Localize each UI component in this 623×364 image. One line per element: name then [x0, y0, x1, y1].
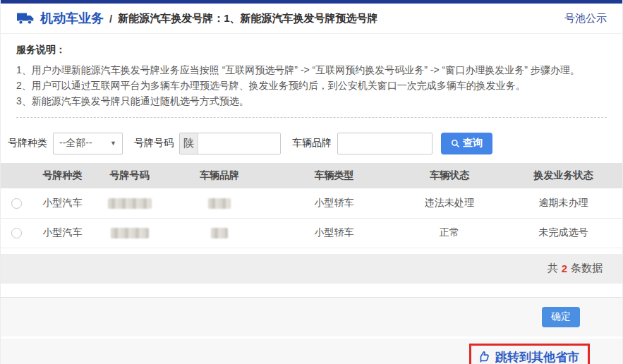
app-title: 机动车业务 — [40, 10, 104, 27]
plate-number-group: 陕 — [179, 133, 281, 154]
cell-vehicle-type: 小型轿车 — [272, 218, 396, 248]
breadcrumb: 新能源汽车换发号牌：1、新能源汽车换发号牌预选号牌 — [118, 12, 377, 25]
cell-vehicle-status: 违法未处理 — [396, 188, 503, 218]
cell-renewal-status: 逾期未办理 — [503, 188, 623, 218]
pointer-hand-icon — [477, 350, 491, 364]
search-button[interactable]: 查询 — [441, 133, 492, 154]
column-header-plate-type: 号牌种类 — [32, 163, 92, 188]
cell-renewal-status: 未完成选号 — [503, 218, 623, 248]
table-header-row: 号牌种类 号牌号码 车辆品牌 车辆类型 车辆状态 换发业务状态 — [1, 163, 623, 188]
vehicle-brand-input[interactable] — [337, 133, 433, 154]
column-header-plate-number: 号牌号码 — [92, 163, 167, 188]
filter-bar: 号牌种类 --全部-- ▼ 号牌号码 陕 车辆品牌 查询 — [1, 118, 622, 154]
radio-column-header — [1, 163, 32, 188]
plate-type-select[interactable]: --全部-- ▼ — [53, 133, 123, 154]
cell-plate-type: 小型汽车 — [32, 188, 92, 218]
table-row: 小型汽车 小型轿车 违法未处理 逾期未办理 — [1, 188, 623, 218]
record-count-prefix: 共 — [548, 262, 558, 275]
breadcrumb-separator: / — [109, 13, 112, 25]
service-notes-title: 服务说明： — [16, 44, 607, 56]
note-line-3: 3、新能源汽车换发号牌只能通过随机选号方式预选。 — [16, 93, 607, 109]
note-line-2: 2、用户可以通过互联网平台为多辆车办理预选号牌、换发业务预约后，到公安机关窗口一… — [16, 78, 607, 93]
record-count-value: 2 — [562, 262, 567, 274]
plate-type-label: 号牌种类 — [8, 137, 47, 150]
confirm-section: 确定 — [1, 297, 622, 336]
search-button-label: 查询 — [463, 137, 483, 150]
plate-number-label: 号牌号码 — [134, 137, 174, 150]
plate-province-prefix: 陕 — [180, 133, 198, 154]
truck-icon — [16, 11, 35, 25]
plate-type-selected-value: --全部-- — [59, 137, 92, 150]
page: 机动车业务 / 新能源汽车换发号牌：1、新能源汽车换发号牌预选号牌 号池公示 服… — [0, 0, 623, 364]
redacted-brand — [208, 198, 231, 209]
redacted-brand — [211, 228, 228, 238]
cell-vehicle-type: 小型轿车 — [272, 188, 396, 218]
results-table: 号牌种类 号牌号码 车辆品牌 车辆类型 车辆状态 换发业务状态 小型汽车 小型轿… — [1, 163, 623, 248]
cell-vehicle-status: 正常 — [396, 218, 503, 248]
cell-plate-type: 小型汽车 — [32, 218, 92, 248]
row-radio-button[interactable] — [11, 228, 22, 238]
pool-publicity-link[interactable]: 号池公示 — [564, 12, 607, 25]
column-header-brand: 车辆品牌 — [167, 163, 272, 188]
plate-number-input[interactable] — [198, 133, 280, 154]
chevron-down-icon: ▼ — [110, 140, 116, 147]
vehicle-brand-label: 车辆品牌 — [292, 137, 332, 150]
jump-section: 跳转到其他省市 — [1, 339, 622, 364]
row-radio-button[interactable] — [11, 198, 22, 209]
note-line-1: 1、用户办理新能源汽车换发号牌业务应当按照 “互联网预选号牌” -> “互联网预… — [16, 62, 607, 78]
column-header-renewal-status: 换发业务状态 — [503, 163, 623, 188]
redacted-plate-number — [111, 228, 149, 238]
record-count-bar: 共 2 条数据 — [1, 254, 622, 284]
confirm-button[interactable]: 确定 — [542, 307, 580, 327]
record-count-suffix: 条数据 — [571, 262, 603, 275]
jump-other-province-link: 跳转到其他省市 — [495, 349, 579, 364]
service-notes: 服务说明： 1、用户办理新能源汽车换发号牌业务应当按照 “互联网预选号牌” ->… — [1, 34, 622, 118]
column-header-vehicle-type: 车辆类型 — [272, 163, 396, 188]
annotation-highlight-box[interactable]: 跳转到其他省市 — [469, 344, 590, 364]
table-row: 小型汽车 小型轿车 正常 未完成选号 — [1, 218, 623, 248]
search-icon — [451, 139, 460, 148]
redacted-plate-number — [108, 198, 152, 209]
column-header-vehicle-status: 车辆状态 — [396, 163, 503, 188]
page-header: 机动车业务 / 新能源汽车换发号牌：1、新能源汽车换发号牌预选号牌 号池公示 — [1, 4, 622, 34]
